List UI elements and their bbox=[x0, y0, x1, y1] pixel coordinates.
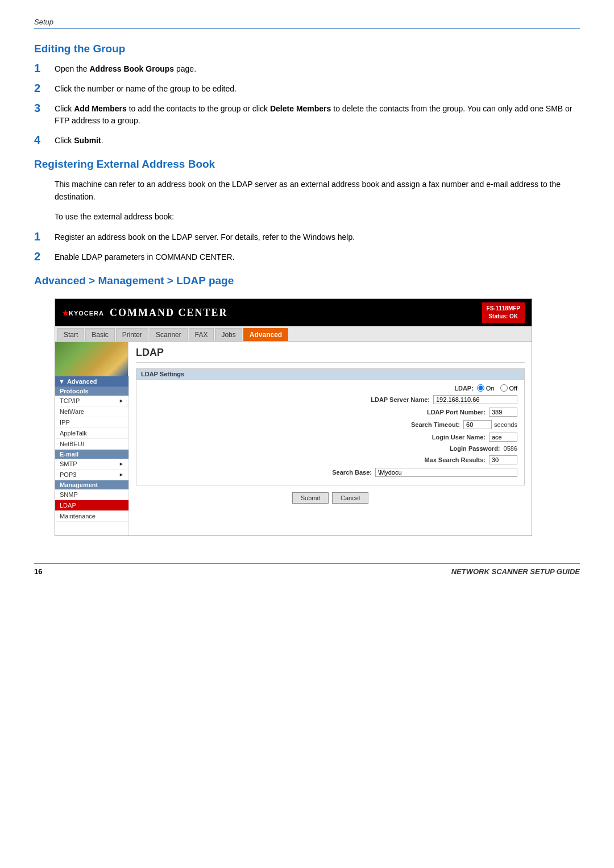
ldap-on-text: On bbox=[486, 385, 495, 392]
section2-heading: Registering External Address Book bbox=[34, 158, 580, 171]
arrow-right-icon: ► bbox=[119, 472, 124, 477]
step-number-4: 4 bbox=[34, 134, 55, 147]
tab-fax[interactable]: FAX bbox=[189, 328, 214, 341]
sidebar-item-smtp-label: SMTP bbox=[60, 460, 77, 467]
sidebar-item-appletalk[interactable]: AppleTalk bbox=[55, 428, 128, 439]
step-number-1: 1 bbox=[34, 62, 55, 75]
step-item: 2 Enable LDAP parameters in COMMAND CENT… bbox=[34, 251, 580, 263]
tab-scanner[interactable]: Scanner bbox=[150, 328, 188, 341]
step-text-2: Click the number or name of the group to… bbox=[55, 83, 580, 95]
step-number-s2-2: 2 bbox=[34, 250, 55, 263]
command-center-screenshot: ★KYOCERA Command Center FS-1118MFP Statu… bbox=[55, 298, 532, 536]
step-text-1: Open the Address Book Groups page. bbox=[55, 63, 580, 75]
sidebar-item-netware[interactable]: NetWare bbox=[55, 406, 128, 417]
tab-jobs[interactable]: Jobs bbox=[215, 328, 242, 341]
cc-sidebar-advanced-section: ▼ Advanced bbox=[55, 376, 128, 387]
step-item: 1 Open the Address Book Groups page. bbox=[34, 63, 580, 75]
tab-basic[interactable]: Basic bbox=[85, 328, 114, 341]
sidebar-item-ldap-label: LDAP bbox=[60, 502, 76, 509]
section2-steps: 1 Register an address book on the LDAP s… bbox=[34, 231, 580, 263]
sidebar-item-pop3[interactable]: POP3 ► bbox=[55, 470, 128, 480]
sidebar-item-tcpip[interactable]: TCP/IP ► bbox=[55, 396, 128, 406]
sidebar-item-maintenance[interactable]: Maintenance bbox=[55, 511, 128, 522]
sidebar-category-protocols: Protocols bbox=[55, 387, 128, 396]
sidebar-item-netbeui-label: NetBEUI bbox=[60, 441, 84, 447]
ldap-port-input[interactable] bbox=[489, 408, 517, 417]
ldap-timeout-label: Search Timeout: bbox=[369, 421, 460, 428]
sidebar-item-ldap[interactable]: LDAP bbox=[55, 500, 128, 511]
step-item: 2 Click the number or name of the group … bbox=[34, 83, 580, 95]
step-item: 3 Click Add Members to add the contacts … bbox=[34, 103, 580, 127]
ldap-maxresults-label: Max Search Results: bbox=[395, 456, 486, 463]
cc-model: FS-1118MFP bbox=[487, 305, 520, 313]
tab-start[interactable]: Start bbox=[57, 328, 84, 341]
ldap-searchbase-input[interactable] bbox=[375, 468, 517, 477]
step-text-4: Click Submit. bbox=[55, 135, 580, 147]
sidebar-category-email: E-mail bbox=[55, 450, 128, 459]
breadcrumb-bar: Setup bbox=[34, 17, 580, 29]
ldap-timeout-input[interactable] bbox=[463, 420, 492, 429]
cc-nav: Start Basic Printer Scanner FAX Jobs Adv… bbox=[55, 326, 532, 342]
sidebar-item-tcpip-label: TCP/IP bbox=[60, 397, 80, 404]
step-number-s2-1: 1 bbox=[34, 230, 55, 243]
cc-body: ▼ Advanced Protocols TCP/IP ► NetWare IP… bbox=[55, 342, 532, 535]
step-item: 1 Register an address book on the LDAP s… bbox=[34, 231, 580, 243]
ldap-password-value: 0586 bbox=[504, 445, 517, 452]
tab-advanced[interactable]: Advanced bbox=[243, 328, 288, 341]
ldap-username-label: Login User Name: bbox=[395, 434, 486, 441]
sidebar-advanced-label: Advanced bbox=[67, 378, 97, 385]
cc-settings-header: LDAP Settings bbox=[136, 369, 524, 380]
submit-button[interactable]: Submit bbox=[292, 492, 329, 504]
ldap-onoff-label: LDAP: bbox=[383, 385, 474, 392]
ldap-off-text: Off bbox=[509, 385, 517, 392]
kyocera-logo: ★KYOCERA bbox=[62, 309, 104, 317]
arrow-right-icon: ► bbox=[119, 398, 124, 404]
footer-guide-title: NETWORK SCANNER SETUP GUIDE bbox=[451, 567, 580, 576]
ldap-on-radio[interactable] bbox=[477, 384, 484, 392]
footer-page-number: 16 bbox=[34, 567, 42, 576]
cc-settings-body: LDAP: On Off bbox=[136, 380, 524, 485]
sidebar-item-appletalk-label: AppleTalk bbox=[60, 430, 87, 437]
cc-sidebar-image bbox=[55, 342, 128, 376]
section2-para2: To use the external address book: bbox=[55, 211, 580, 223]
sidebar-item-ipp[interactable]: IPP bbox=[55, 417, 128, 428]
ldap-onoff-row: LDAP: On Off bbox=[143, 384, 517, 392]
sidebar-category-management: Management bbox=[55, 480, 128, 489]
ldap-server-input[interactable] bbox=[433, 395, 517, 404]
ldap-username-input[interactable] bbox=[489, 433, 517, 442]
ldap-username-row: Login User Name: bbox=[143, 433, 517, 442]
step-text-s2-1: Register an address book on the LDAP ser… bbox=[55, 231, 580, 243]
cc-header: ★KYOCERA Command Center FS-1118MFP Statu… bbox=[55, 299, 532, 326]
ldap-off-radio[interactable] bbox=[500, 384, 508, 392]
cc-form-buttons: Submit Cancel bbox=[136, 492, 525, 504]
ldap-off-radio-label[interactable]: Off bbox=[500, 384, 517, 392]
ldap-password-row: Login Password: 0586 bbox=[143, 445, 517, 452]
step-text-s2-2: Enable LDAP parameters in COMMAND CENTER… bbox=[55, 251, 580, 263]
cc-model-info: FS-1118MFP Status: OK bbox=[482, 302, 525, 323]
section1-heading: Editing the Group bbox=[34, 43, 580, 55]
cc-logo-area: ★KYOCERA Command Center bbox=[62, 307, 228, 319]
step-number-2: 2 bbox=[34, 82, 55, 95]
sidebar-item-smtp[interactable]: SMTP ► bbox=[55, 459, 128, 470]
sidebar-item-snmp[interactable]: SNMP bbox=[55, 489, 128, 500]
sidebar-item-pop3-label: POP3 bbox=[60, 471, 76, 478]
sidebar-item-ipp-label: IPP bbox=[60, 419, 70, 426]
breadcrumb: Setup bbox=[34, 18, 53, 26]
ldap-on-radio-label[interactable]: On bbox=[477, 384, 495, 392]
ldap-server-row: LDAP Server Name: bbox=[143, 395, 517, 404]
tab-printer[interactable]: Printer bbox=[116, 328, 148, 341]
ldap-port-row: LDAP Port Number: bbox=[143, 408, 517, 417]
step-item: 4 Click Submit. bbox=[34, 135, 580, 147]
ldap-port-label: LDAP Port Number: bbox=[395, 409, 486, 416]
arrow-right-icon: ► bbox=[119, 461, 124, 467]
page-footer: 16 NETWORK SCANNER SETUP GUIDE bbox=[34, 563, 580, 576]
ldap-searchbase-label: Search Base: bbox=[281, 469, 372, 476]
cc-page-title: LDAP bbox=[136, 347, 525, 363]
ldap-timeout-row: Search Timeout: seconds bbox=[143, 420, 517, 429]
cc-status: Status: OK bbox=[487, 313, 520, 321]
ldap-searchbase-row: Search Base: bbox=[143, 468, 517, 477]
ldap-timeout-unit: seconds bbox=[494, 421, 517, 428]
ldap-maxresults-input[interactable] bbox=[489, 455, 517, 464]
sidebar-item-netbeui[interactable]: NetBEUI bbox=[55, 439, 128, 450]
cancel-button[interactable]: Cancel bbox=[332, 492, 368, 504]
